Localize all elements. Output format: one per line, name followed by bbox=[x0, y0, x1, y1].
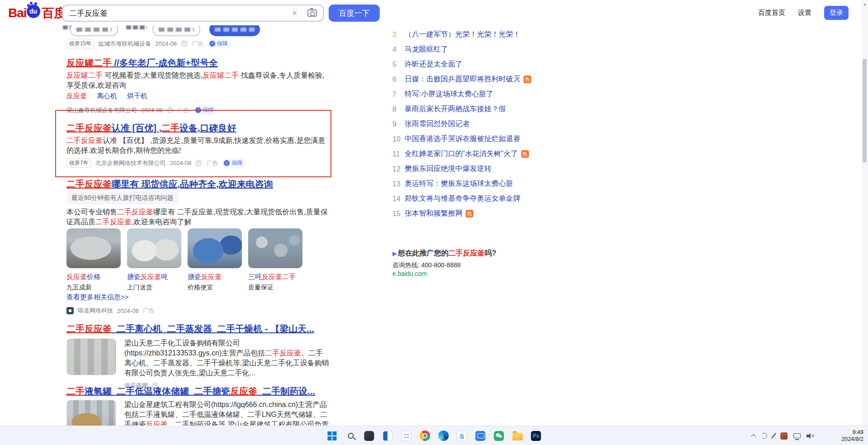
feedback-chevron-icon[interactable] bbox=[181, 40, 188, 47]
result-title[interactable]: 二手反应釜_二手离心机_二手蒸发器_二手干燥机 - 【梁山天... bbox=[66, 323, 314, 335]
caption-text[interactable]: 吨 bbox=[161, 273, 168, 280]
caption-keyword[interactable]: 反应釜 bbox=[66, 273, 87, 280]
wechat-icon[interactable] bbox=[493, 430, 505, 442]
hot-list-item[interactable]: 5许昕还是太全面了 bbox=[392, 57, 531, 72]
page-scrollbar[interactable]: ▲ bbox=[862, 0, 868, 426]
title-keyword[interactable]: 反应罐二手 bbox=[66, 58, 112, 68]
tag-link[interactable]: 烘干机 bbox=[127, 92, 147, 100]
caption-keyword[interactable]: 反应釜 bbox=[201, 273, 222, 280]
title-keyword[interactable]: 二手反应釜 bbox=[66, 179, 112, 189]
hot-item-link[interactable]: （八一建军节）光荣！光荣！光荣！ bbox=[405, 30, 520, 39]
hot-item-link[interactable]: 樊振东回应绝境中爆发逆转 bbox=[405, 164, 491, 174]
title-text[interactable]: 液氧罐_二手低温液体储罐_二手搪瓷 bbox=[85, 386, 230, 396]
image-card[interactable]: 搪瓷反应釜吨 上门送货 bbox=[127, 228, 181, 292]
camera-icon[interactable] bbox=[307, 9, 317, 17]
hot-list-item[interactable]: 3（八一建军节）光荣！光荣！光荣！ bbox=[392, 27, 531, 42]
hot-item-link[interactable]: 郑钦文将与维基奇争夺奥运女单金牌 bbox=[405, 194, 520, 204]
hot-item-link[interactable]: 中国香港选手哭诉衣服被扯烂如退赛 bbox=[405, 134, 520, 144]
caption-text[interactable]: 搪瓷 bbox=[127, 273, 141, 280]
image-card[interactable]: 反应釜价格 九五成新 bbox=[66, 228, 121, 292]
tray-app-icon[interactable] bbox=[780, 432, 788, 440]
login-button[interactable]: 登录 bbox=[824, 6, 849, 20]
title-keyword[interactable]: 反应釜 bbox=[230, 386, 257, 396]
hot-list-item[interactable]: 9张雨霏回怼外国记者 bbox=[392, 117, 531, 132]
caption-keyword[interactable]: 反应釜二手 bbox=[262, 273, 296, 280]
caption-text[interactable]: 搪瓷 bbox=[188, 273, 201, 280]
hot-list-item[interactable]: 10中国香港选手哭诉衣服被扯烂如退赛 bbox=[392, 132, 531, 147]
caption-text[interactable]: 价格 bbox=[87, 273, 100, 280]
tray-sync-icon[interactable] bbox=[761, 433, 767, 439]
hot-item-link[interactable]: 全红婵老家门口的“水花消失树”火了 bbox=[405, 149, 518, 159]
title-text[interactable]: _二手制药设... bbox=[257, 386, 315, 396]
hot-list-item[interactable]: 12樊振东回应绝境中爆发逆转 bbox=[392, 161, 531, 176]
network-monitor-icon[interactable] bbox=[793, 433, 801, 438]
terminal-app-icon[interactable] bbox=[363, 430, 375, 442]
tag-link[interactable]: 离心机 bbox=[97, 92, 117, 100]
title-text[interactable]: //多年老厂-成色新+型号全 bbox=[112, 58, 218, 68]
result-title[interactable]: 二手液氧罐_二手低温液体储罐_二手搪瓷反应釜_二手制药设... bbox=[66, 385, 315, 397]
hot-list-item[interactable]: 14郑钦文将与维基奇争夺奥运女单金牌 bbox=[392, 191, 531, 206]
file-explorer-icon[interactable] bbox=[512, 430, 524, 442]
image-card[interactable]: 搪瓷反应釜 价格便宜 bbox=[188, 228, 242, 292]
volume-muted-icon[interactable]: ✕ bbox=[807, 433, 815, 439]
hot-item-link[interactable]: 许昕还是太全面了 bbox=[405, 60, 462, 69]
scrollbar-thumb[interactable] bbox=[863, 59, 867, 163]
feedback-chevron-icon[interactable] bbox=[195, 160, 202, 166]
baidu-logo[interactable]: Bai du 百度 bbox=[8, 4, 66, 23]
result-image[interactable] bbox=[248, 228, 302, 268]
feedback-chevron-icon[interactable] bbox=[167, 107, 174, 114]
clear-icon[interactable]: ✕ bbox=[288, 9, 302, 17]
title-text[interactable]: 哪里有 现货供应,品种齐全,欢迎来电咨询 bbox=[112, 179, 273, 189]
result-title[interactable]: 二手反应釜认准 [百优] ,二手设备,口碑良好 bbox=[66, 122, 236, 134]
hot-item-link[interactable]: 张本智和频繁擦网 bbox=[405, 209, 462, 218]
taskbar-search-icon[interactable] bbox=[345, 430, 357, 442]
hot-item-link[interactable]: 暴雨后家长开两栖战车接娃？假 bbox=[405, 104, 506, 114]
result-title[interactable]: 反应罐二手 //多年老厂-成色新+型号全 bbox=[66, 57, 218, 69]
screenshot-app-icon[interactable] bbox=[475, 430, 486, 442]
hot-item-link[interactable]: 奥运特写：樊振东这场球太费心脏 bbox=[405, 179, 513, 189]
caption-keyword[interactable]: 反应釜 bbox=[141, 273, 161, 280]
search-button[interactable]: 百度一下 bbox=[329, 5, 380, 22]
promo-url-link[interactable]: e.baidu.com bbox=[392, 270, 427, 277]
task-view-icon[interactable] bbox=[382, 430, 394, 442]
see-more-link[interactable]: 查看更多相关信息>> bbox=[66, 293, 129, 302]
hot-item-link[interactable]: 张雨霏回怼外国记者 bbox=[405, 119, 470, 129]
scroll-up-arrow[interactable]: ▲ bbox=[862, 0, 868, 6]
result-image[interactable] bbox=[127, 228, 181, 268]
guarantee-badge[interactable]: ✓保障 bbox=[193, 105, 217, 115]
hot-list-item[interactable]: 15张本智和频繁擦网热 bbox=[392, 206, 531, 221]
nav-baidu-home[interactable]: 百度首页 bbox=[758, 9, 785, 17]
photoshop-icon[interactable]: Ps bbox=[530, 430, 542, 442]
guarantee-badge[interactable]: ✓保障 bbox=[222, 158, 246, 168]
caption-text[interactable]: 三吨 bbox=[248, 273, 262, 280]
notepad-app-icon[interactable] bbox=[401, 430, 412, 442]
guarantee-badge[interactable]: ✓保障 bbox=[208, 39, 231, 48]
title-keyword[interactable]: 二手反应釜 bbox=[66, 123, 112, 133]
search-box[interactable]: ✕ bbox=[62, 5, 324, 22]
windows-start-icon[interactable] bbox=[326, 430, 338, 442]
title-keyword[interactable]: 二手 bbox=[66, 386, 85, 396]
title-text[interactable]: _二手离心机_二手蒸发器_二手干燥机 - 【梁山天... bbox=[112, 324, 314, 334]
title-text[interactable]: 认准 [百优] , bbox=[112, 123, 161, 133]
hot-list-item[interactable]: 8暴雨后家长开两栖战车接娃？假 bbox=[392, 102, 531, 117]
hot-item-link[interactable]: 特写:小胖这场球太费心脏了 bbox=[405, 90, 493, 99]
title-keyword[interactable]: 二手 bbox=[161, 123, 179, 133]
tag-link[interactable]: 反应釜 bbox=[66, 92, 87, 100]
s-app-icon[interactable]: S bbox=[456, 430, 468, 442]
promo-line[interactable]: ▶想在此推广您的二手反应釜吗? bbox=[392, 249, 528, 258]
result-thumbnail[interactable] bbox=[66, 338, 116, 375]
hot-list-item[interactable]: 13奥运特写：樊振东这场球太费心脏 bbox=[392, 176, 531, 191]
hot-item-link[interactable]: 日媒：击败国乒愿望即将胜利时破灭 bbox=[405, 75, 520, 84]
nav-settings[interactable]: 设置 bbox=[798, 9, 811, 17]
title-keyword[interactable]: 二手反应釜 bbox=[66, 324, 112, 334]
search-input[interactable] bbox=[63, 9, 288, 18]
edge-icon[interactable] bbox=[438, 430, 449, 442]
tray-chevron-up-icon[interactable] bbox=[751, 434, 756, 439]
hot-list-item[interactable]: 6日媒：击败国乒愿望即将胜利时破灭热 bbox=[392, 72, 531, 87]
chrome-icon[interactable] bbox=[419, 430, 431, 442]
result-image[interactable] bbox=[188, 228, 242, 268]
hot-list-item[interactable]: 11全红婵老家门口的“水花消失树”火了热 bbox=[392, 147, 531, 161]
hot-list-item[interactable]: 7特写:小胖这场球太费心脏了 bbox=[392, 87, 531, 102]
result-title[interactable]: 二手反应釜哪里有 现货供应,品种齐全,欢迎来电咨询 bbox=[66, 178, 273, 190]
taskbar-clock[interactable]: 9:49 2024/8/2 bbox=[841, 426, 863, 445]
